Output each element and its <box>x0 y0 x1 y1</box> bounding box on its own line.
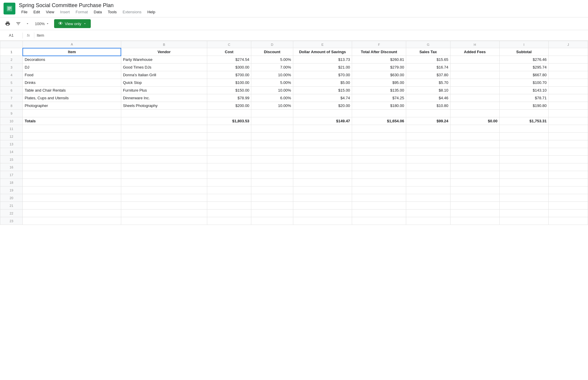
cell-j5[interactable] <box>548 79 588 87</box>
cell-a8[interactable]: Photographer <box>23 102 121 110</box>
cell-g11[interactable] <box>406 125 450 133</box>
cell-f22[interactable] <box>352 210 406 217</box>
cell-d13[interactable] <box>251 140 293 148</box>
cell-e1[interactable]: Dollar Amount of Savings <box>293 48 352 56</box>
cell-i1[interactable]: Subtotal <box>499 48 548 56</box>
cell-f15[interactable] <box>352 156 406 163</box>
cell-f6[interactable]: $135.00 <box>352 87 406 94</box>
cell-c7[interactable]: $78.99 <box>207 94 251 102</box>
cell-e19[interactable] <box>293 186 352 194</box>
cell-h6[interactable] <box>450 87 499 94</box>
cell-g7[interactable]: $4.46 <box>406 94 450 102</box>
cell-g9[interactable] <box>406 110 450 117</box>
cell-j9[interactable] <box>548 110 588 117</box>
cell-c22[interactable] <box>207 210 251 217</box>
cell-i21[interactable] <box>499 202 548 210</box>
cell-f3[interactable]: $279.00 <box>352 64 406 71</box>
cell-i20[interactable] <box>499 194 548 202</box>
cell-a22[interactable] <box>23 210 121 217</box>
cell-e13[interactable] <box>293 140 352 148</box>
cell-f13[interactable] <box>352 140 406 148</box>
cell-d6[interactable]: 10.00% <box>251 87 293 94</box>
cell-g12[interactable] <box>406 133 450 140</box>
cell-g1[interactable]: Sales Tax <box>406 48 450 56</box>
cell-h12[interactable] <box>450 133 499 140</box>
cell-c8[interactable]: $200.00 <box>207 102 251 110</box>
cell-f11[interactable] <box>352 125 406 133</box>
cell-i14[interactable] <box>499 148 548 156</box>
cell-d5[interactable]: 5.00% <box>251 79 293 87</box>
cell-c3[interactable]: $300.00 <box>207 64 251 71</box>
cell-c6[interactable]: $150.00 <box>207 87 251 94</box>
cell-a18[interactable] <box>23 179 121 186</box>
cell-g10[interactable]: $99.24 <box>406 117 450 125</box>
cell-j13[interactable] <box>548 140 588 148</box>
cell-e22[interactable] <box>293 210 352 217</box>
cell-i9[interactable] <box>499 110 548 117</box>
cell-j15[interactable] <box>548 156 588 163</box>
cell-i15[interactable] <box>499 156 548 163</box>
col-header-e[interactable]: E <box>293 41 352 48</box>
cell-a13[interactable] <box>23 140 121 148</box>
cell-g21[interactable] <box>406 202 450 210</box>
cell-h5[interactable] <box>450 79 499 87</box>
cell-c4[interactable]: $700.00 <box>207 71 251 79</box>
cell-h13[interactable] <box>450 140 499 148</box>
cell-i11[interactable] <box>499 125 548 133</box>
cell-g5[interactable]: $5.70 <box>406 79 450 87</box>
cell-c10[interactable]: $1,803.53 <box>207 117 251 125</box>
spreadsheet-container[interactable]: A B C D E F G H I J 1 Item Vendor Cost D… <box>0 41 588 380</box>
cell-d1[interactable]: Discount <box>251 48 293 56</box>
cell-b9[interactable] <box>121 110 207 117</box>
cell-f9[interactable] <box>352 110 406 117</box>
cell-i2[interactable]: $276.46 <box>499 56 548 64</box>
cell-d10[interactable] <box>251 117 293 125</box>
cell-g18[interactable] <box>406 179 450 186</box>
cell-b17[interactable] <box>121 171 207 179</box>
cell-d7[interactable]: 6.00% <box>251 94 293 102</box>
cell-i13[interactable] <box>499 140 548 148</box>
cell-f12[interactable] <box>352 133 406 140</box>
cell-g4[interactable]: $37.80 <box>406 71 450 79</box>
cell-h23[interactable] <box>450 217 499 225</box>
cell-d12[interactable] <box>251 133 293 140</box>
cell-i10[interactable]: $1,753.31 <box>499 117 548 125</box>
cell-c21[interactable] <box>207 202 251 210</box>
cell-f20[interactable] <box>352 194 406 202</box>
cell-j17[interactable] <box>548 171 588 179</box>
cell-e6[interactable]: $15.00 <box>293 87 352 94</box>
cell-d17[interactable] <box>251 171 293 179</box>
cell-a21[interactable] <box>23 202 121 210</box>
col-header-i[interactable]: I <box>499 41 548 48</box>
cell-g15[interactable] <box>406 156 450 163</box>
cell-a2[interactable]: Decorations <box>23 56 121 64</box>
cell-j4[interactable] <box>548 71 588 79</box>
cell-j21[interactable] <box>548 202 588 210</box>
cell-h10[interactable]: $0.00 <box>450 117 499 125</box>
cell-d23[interactable] <box>251 217 293 225</box>
cell-d4[interactable]: 10.00% <box>251 71 293 79</box>
cell-a23[interactable] <box>23 217 121 225</box>
cell-c14[interactable] <box>207 148 251 156</box>
col-header-j[interactable]: J <box>548 41 588 48</box>
cell-a16[interactable] <box>23 163 121 171</box>
cell-d20[interactable] <box>251 194 293 202</box>
filter-dropdown-button[interactable] <box>25 20 30 28</box>
cell-b22[interactable] <box>121 210 207 217</box>
cell-h8[interactable] <box>450 102 499 110</box>
cell-c16[interactable] <box>207 163 251 171</box>
cell-i17[interactable] <box>499 171 548 179</box>
cell-f7[interactable]: $74.25 <box>352 94 406 102</box>
cell-b21[interactable] <box>121 202 207 210</box>
cell-j11[interactable] <box>548 125 588 133</box>
cell-b10[interactable] <box>121 117 207 125</box>
cell-d8[interactable]: 10.00% <box>251 102 293 110</box>
cell-i16[interactable] <box>499 163 548 171</box>
cell-d15[interactable] <box>251 156 293 163</box>
cell-a12[interactable] <box>23 133 121 140</box>
cell-c19[interactable] <box>207 186 251 194</box>
cell-h3[interactable] <box>450 64 499 71</box>
cell-a20[interactable] <box>23 194 121 202</box>
cell-a17[interactable] <box>23 171 121 179</box>
cell-b18[interactable] <box>121 179 207 186</box>
